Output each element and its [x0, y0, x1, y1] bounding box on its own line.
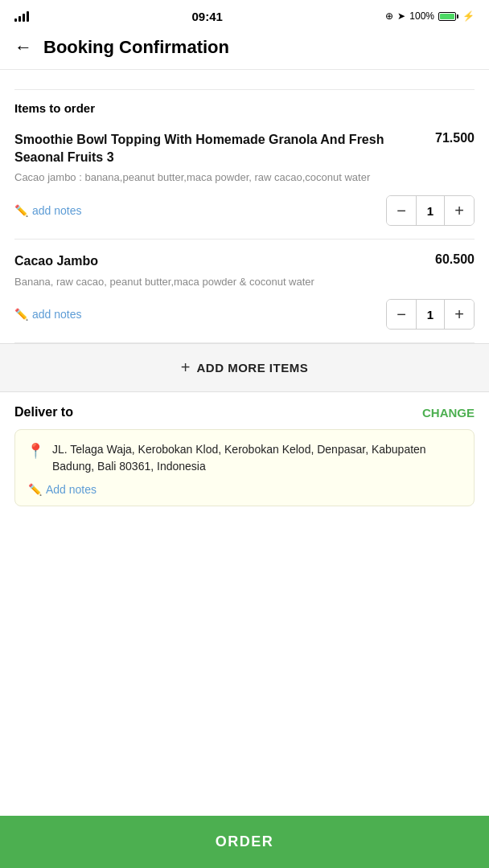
address-text: JL. Telaga Waja, Kerobokan Klod, Kerobok…	[52, 441, 462, 475]
quantity-decrease-button[interactable]: −	[387, 300, 416, 329]
item-description: Cacao jambo : banana,peanut butter,maca …	[14, 170, 475, 186]
change-address-button[interactable]: CHANGE	[422, 406, 475, 420]
pencil-icon: ✏️	[14, 308, 28, 321]
add-notes-button[interactable]: ✏️ add notes	[14, 308, 82, 321]
order-button-container: ORDER	[0, 816, 489, 868]
add-notes-label: add notes	[32, 204, 82, 217]
items-section-label: Items to order	[14, 101, 475, 115]
order-item: Smoothie Bowl Topping With Homemade Gran…	[14, 118, 475, 240]
address-notes-label: Add notes	[46, 483, 97, 496]
item-name: Cacao Jambo	[14, 252, 427, 270]
deliver-to-label: Deliver to	[14, 405, 73, 420]
item-actions: ✏️ add notes − 1 +	[14, 195, 475, 226]
deliver-header: Deliver to CHANGE	[14, 405, 475, 420]
quantity-control: − 1 +	[386, 299, 475, 330]
address-row: 📍 JL. Telaga Waja, Kerobokan Klod, Kerob…	[27, 441, 462, 475]
quantity-decrease-button[interactable]: −	[387, 196, 416, 225]
location-pin-icon: 📍	[27, 442, 44, 460]
plus-icon: +	[181, 358, 191, 377]
navigation-icon: ➤	[397, 10, 405, 22]
address-box: 📍 JL. Telaga Waja, Kerobokan Klod, Kerob…	[14, 429, 475, 506]
status-right: ⊕ ➤ 100% ⚡	[385, 10, 475, 22]
item-price: 71.500	[435, 131, 475, 145]
pencil-icon: ✏️	[14, 204, 28, 217]
add-notes-button[interactable]: ✏️ add notes	[14, 204, 82, 217]
signal-bars	[14, 10, 29, 22]
item-actions: ✏️ add notes − 1 +	[14, 299, 475, 330]
battery-icon	[438, 12, 458, 21]
status-left	[14, 10, 29, 22]
status-time: 09:41	[191, 10, 222, 23]
battery-percent: 100%	[409, 10, 434, 22]
quantity-value: 1	[416, 196, 445, 225]
quantity-increase-button[interactable]: +	[445, 300, 474, 329]
page-title: Booking Confirmation	[43, 37, 229, 58]
add-notes-label: add notes	[32, 308, 82, 321]
deliver-section: Deliver to CHANGE 📍 JL. Telaga Waja, Ker…	[0, 392, 489, 506]
add-more-items-label: ADD MORE ITEMS	[197, 361, 309, 375]
quantity-value: 1	[416, 300, 445, 329]
item-price: 60.500	[435, 252, 475, 267]
order-items-list: Smoothie Bowl Topping With Homemade Gran…	[0, 118, 489, 343]
quantity-control: − 1 +	[386, 195, 475, 226]
back-button[interactable]: ←	[14, 39, 32, 56]
items-section-header: Items to order	[0, 70, 489, 115]
order-item: Cacao Jambo 60.500 Banana, raw cacao, pe…	[14, 240, 475, 343]
charging-icon: ⚡	[462, 10, 475, 22]
address-add-notes-button[interactable]: ✏️ Add notes	[28, 483, 462, 496]
status-bar: 09:41 ⊕ ➤ 100% ⚡	[0, 0, 489, 29]
quantity-increase-button[interactable]: +	[445, 196, 474, 225]
location-icon-status: ⊕	[385, 10, 393, 22]
pencil-icon: ✏️	[28, 483, 42, 496]
item-name: Smoothie Bowl Topping With Homemade Gran…	[14, 131, 427, 166]
header: ← Booking Confirmation	[0, 29, 489, 70]
add-more-items-button[interactable]: + ADD MORE ITEMS	[0, 343, 489, 392]
order-button[interactable]: ORDER	[0, 816, 489, 868]
item-description: Banana, raw cacao, peanut butter,maca po…	[14, 275, 475, 290]
